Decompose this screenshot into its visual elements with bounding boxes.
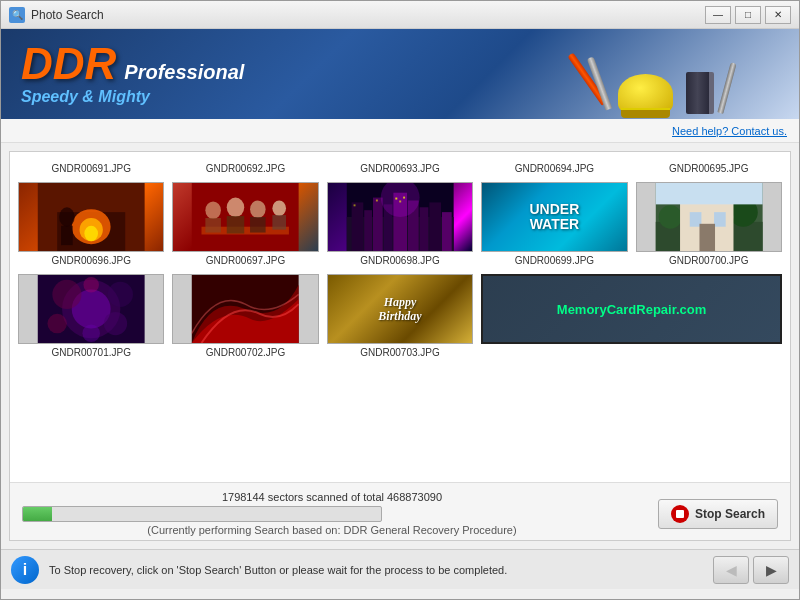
svg-rect-14 — [250, 217, 266, 233]
svg-point-48 — [104, 312, 127, 335]
birthday-text: HappyBirthday — [378, 295, 421, 324]
svg-point-47 — [52, 280, 81, 309]
progress-bar-container — [22, 506, 382, 522]
svg-point-13 — [250, 200, 266, 217]
svg-rect-43 — [655, 183, 762, 204]
app-icon: 🔍 — [9, 7, 25, 23]
grid-item-701[interactable]: GNDR00701.JPG — [18, 274, 164, 358]
status-bar: i To Stop recovery, click on 'Stop Searc… — [1, 549, 799, 589]
thumbnail-701 — [18, 274, 164, 344]
help-link[interactable]: Need help? Contact us. — [672, 125, 787, 137]
professional-text: Professional — [124, 61, 244, 84]
pen-icon — [717, 62, 736, 114]
main-content: GNDR00691.JPG GNDR00692.JPG GNDR00693.JP… — [9, 151, 791, 541]
status-message: To Stop recovery, click on 'Stop Search'… — [49, 564, 703, 576]
book-icon — [686, 72, 714, 114]
grid-label-700: GNDR00700.JPG — [669, 255, 748, 266]
nav-buttons: ◀ ▶ — [713, 556, 789, 584]
grid-item-694[interactable]: GNDR00694.JPG — [481, 160, 627, 174]
grid-item-691[interactable]: GNDR00691.JPG — [18, 160, 164, 174]
progress-info: 1798144 sectors scanned of total 4688730… — [22, 491, 642, 536]
svg-point-49 — [47, 314, 66, 333]
thumbnail-703: HappyBirthday — [327, 274, 473, 344]
grid-label-697: GNDR00697.JPG — [206, 255, 285, 266]
svg-rect-26 — [429, 202, 441, 251]
grid-label-696: GNDR00696.JPG — [51, 255, 130, 266]
progress-area: 1798144 sectors scanned of total 4688730… — [10, 482, 790, 540]
svg-rect-16 — [273, 215, 287, 230]
svg-rect-32 — [376, 200, 378, 202]
info-icon: i — [11, 556, 39, 584]
stop-icon-inner — [676, 510, 684, 518]
svg-point-50 — [108, 282, 133, 307]
memory-card-text: MemoryCardRepair.com — [557, 302, 707, 317]
grid-item-692[interactable]: GNDR00692.JPG — [172, 160, 318, 174]
svg-point-9 — [206, 201, 222, 218]
grid-item-693[interactable]: GNDR00693.JPG — [327, 160, 473, 174]
grid-item-699[interactable]: UNDERWATER GNDR00699.JPG — [481, 182, 627, 266]
progress-bar-fill — [23, 507, 52, 521]
underwater-text: UNDERWATER — [530, 202, 580, 233]
thumbnail-702 — [172, 274, 318, 344]
thumbnail-700 — [636, 182, 782, 252]
header-logo: DDR Professional Speedy & Mighty — [21, 42, 244, 106]
forward-button[interactable]: ▶ — [753, 556, 789, 584]
svg-rect-6 — [61, 226, 73, 245]
svg-rect-19 — [351, 202, 363, 251]
grid-item-700[interactable]: GNDR00700.JPG — [636, 182, 782, 266]
grid-label-698: GNDR00698.JPG — [360, 255, 439, 266]
title-bar: 🔍 Photo Search — □ ✕ — [1, 1, 799, 29]
grid-item-697[interactable]: GNDR00697.JPG — [172, 182, 318, 266]
svg-rect-12 — [227, 216, 244, 233]
back-button[interactable]: ◀ — [713, 556, 749, 584]
svg-rect-29 — [395, 198, 397, 200]
svg-point-51 — [83, 277, 99, 293]
grid-item-702[interactable]: GNDR00702.JPG — [172, 274, 318, 358]
grid-item-695[interactable]: GNDR00695.JPG — [636, 160, 782, 174]
grid-label-692: GNDR00692.JPG — [206, 163, 285, 174]
svg-point-4 — [84, 226, 98, 242]
minimize-button[interactable]: — — [705, 6, 731, 24]
svg-rect-33 — [353, 204, 355, 206]
svg-point-52 — [82, 325, 99, 342]
grid-label-701: GNDR00701.JPG — [51, 347, 130, 358]
grid-item-696[interactable]: GNDR00696.JPG — [18, 182, 164, 266]
header-tools — [584, 34, 784, 114]
stop-search-button[interactable]: Stop Search — [658, 499, 778, 529]
grid-label-702: GNDR00702.JPG — [206, 347, 285, 358]
svg-rect-41 — [714, 212, 726, 227]
svg-rect-25 — [419, 207, 428, 251]
svg-rect-30 — [399, 200, 401, 202]
close-button[interactable]: ✕ — [765, 6, 791, 24]
sectors-text: 1798144 sectors scanned of total 4688730… — [22, 491, 642, 503]
svg-rect-42 — [699, 224, 715, 251]
grid-label-703: GNDR00703.JPG — [360, 347, 439, 358]
window-title: Photo Search — [31, 8, 104, 22]
svg-point-15 — [273, 200, 287, 216]
svg-rect-31 — [403, 197, 405, 199]
svg-point-36 — [658, 205, 681, 228]
grid-item-memory: MemoryCardRepair.com — [481, 274, 782, 358]
thumbnail-698 — [327, 182, 473, 252]
maximize-button[interactable]: □ — [735, 6, 761, 24]
tagline-text: Speedy & Mighty — [21, 88, 244, 106]
svg-rect-27 — [442, 212, 452, 251]
image-grid[interactable]: GNDR00691.JPG GNDR00692.JPG GNDR00693.JP… — [10, 152, 790, 482]
grid-label-695: GNDR00695.JPG — [669, 163, 748, 174]
stop-search-container: Stop Search — [658, 499, 778, 529]
memory-card-banner: MemoryCardRepair.com — [481, 274, 782, 344]
grid-label-691: GNDR00691.JPG — [51, 163, 130, 174]
window-controls: — □ ✕ — [705, 6, 791, 24]
grid-label-694: GNDR00694.JPG — [515, 163, 594, 174]
grid-item-698[interactable]: GNDR00698.JPG — [327, 182, 473, 266]
ddr-text: DDR — [21, 42, 116, 86]
grid-item-703[interactable]: HappyBirthday GNDR00703.JPG — [327, 274, 473, 358]
grid-label-693: GNDR00693.JPG — [360, 163, 439, 174]
progress-bar-row — [22, 506, 642, 522]
title-bar-left: 🔍 Photo Search — [9, 7, 104, 23]
svg-point-11 — [227, 198, 244, 217]
grid-label-699: GNDR00699.JPG — [515, 255, 594, 266]
svg-rect-10 — [206, 218, 222, 233]
svg-point-5 — [59, 207, 75, 226]
stop-icon — [671, 505, 689, 523]
